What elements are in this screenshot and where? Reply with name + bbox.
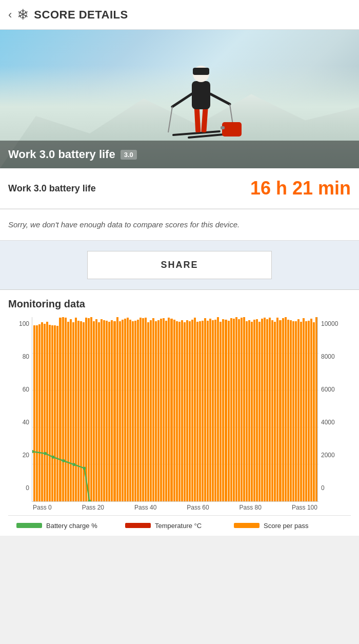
bar-72: [220, 322, 222, 501]
svg-line-8: [210, 94, 230, 104]
bar-58: [184, 322, 186, 501]
bar-7: [51, 325, 53, 501]
bar-38: [132, 321, 134, 501]
legend-swatch-score: [234, 523, 260, 528]
y-left-label-80: 80: [12, 353, 32, 360]
bar-62: [194, 318, 196, 501]
header: ‹ ❄ SCORE DETAILS: [0, 0, 359, 30]
bar-78: [235, 317, 237, 501]
y-axis-left: 0 20 40 60 80 100: [12, 317, 32, 502]
page-title: SCORE DETAILS: [34, 8, 128, 22]
bar-40: [137, 320, 139, 501]
bar-24: [95, 319, 97, 501]
chart-inner: [32, 317, 318, 502]
x-label-pass0: Pass 0: [33, 504, 52, 511]
bar-94: [276, 318, 278, 501]
hero-caption-badge: 3.0: [121, 150, 137, 160]
share-section: SHARE: [0, 241, 359, 290]
bar-20: [85, 318, 87, 501]
legend-swatch-battery: [16, 523, 42, 528]
bar-63: [196, 322, 198, 501]
bar-14: [70, 319, 72, 501]
svg-rect-3: [201, 107, 208, 133]
bar-44: [147, 322, 149, 501]
hero-image: Work 3.0 battery life 3.0: [0, 30, 359, 168]
bar-36: [127, 318, 129, 501]
bar-12: [65, 318, 67, 501]
result-row: Work 3.0 battery life 16 h 21 min: [0, 168, 359, 209]
snowflake-icon: ❄: [17, 6, 29, 23]
result-label: Work 3.0 battery life: [8, 183, 96, 194]
bar-91: [269, 318, 271, 501]
bar-26: [101, 319, 103, 501]
bars-area: [32, 317, 318, 501]
bar-52: [168, 318, 170, 501]
bar-108: [313, 322, 315, 501]
bar-96: [282, 318, 284, 501]
bar-71: [217, 317, 219, 501]
bar-51: [165, 321, 167, 501]
bar-2: [38, 324, 41, 501]
bar-32: [116, 317, 118, 501]
bar-82: [246, 321, 248, 501]
bar-43: [145, 318, 147, 501]
bar-80: [241, 318, 243, 501]
x-label-pass60: Pass 60: [187, 504, 209, 511]
y-left-label-0: 0: [12, 484, 32, 492]
bar-109: [315, 317, 317, 501]
bar-99: [290, 320, 292, 501]
bar-81: [243, 317, 245, 501]
y-right-label-2000: 2000: [321, 452, 347, 459]
bar-30: [111, 320, 113, 501]
bar-61: [191, 320, 193, 501]
legend-item-score: Score per pass: [234, 522, 334, 530]
back-icon[interactable]: ‹: [8, 8, 12, 22]
bar-74: [225, 320, 227, 501]
bar-75: [228, 321, 230, 501]
bar-106: [308, 321, 310, 501]
bar-103: [300, 322, 302, 501]
skier-figure: [163, 50, 245, 143]
svg-line-9: [168, 107, 172, 132]
legend: Battery charge % Temperature °C Score pe…: [8, 515, 351, 536]
x-label-pass40: Pass 40: [134, 504, 156, 511]
bar-22: [90, 317, 92, 501]
bar-1: [36, 325, 38, 501]
bar-4: [44, 324, 46, 501]
hero-caption: Work 3.0 battery life 3.0: [0, 141, 359, 168]
bar-86: [256, 319, 258, 501]
bar-73: [222, 319, 224, 501]
bar-68: [209, 319, 211, 501]
bar-89: [264, 318, 266, 501]
y-axis-right: 0 2000 4000 6000 8000 10000: [318, 317, 347, 502]
y-right-label-6000: 6000: [321, 386, 347, 393]
y-left-label-60: 60: [12, 386, 32, 393]
bar-16: [75, 318, 77, 501]
bar-0: [33, 325, 35, 501]
x-axis-labels: Pass 0 Pass 20 Pass 40 Pass 60 Pass 80 P…: [32, 502, 318, 511]
bar-54: [173, 320, 175, 501]
bar-79: [238, 319, 240, 501]
svg-rect-12: [221, 126, 225, 129]
bar-69: [212, 320, 214, 501]
bar-11: [62, 317, 64, 501]
legend-swatch-temperature: [125, 523, 151, 528]
y-right-label-8000: 8000: [321, 353, 347, 360]
bar-27: [103, 320, 105, 501]
legend-item-battery: Battery charge %: [16, 522, 117, 530]
bar-53: [170, 319, 172, 501]
bar-8: [54, 325, 56, 501]
legend-label-battery: Battery charge %: [46, 522, 97, 530]
bar-47: [155, 321, 157, 501]
bar-56: [178, 322, 181, 501]
bar-87: [258, 322, 261, 501]
y-left-label-20: 20: [12, 452, 32, 459]
y-left-label-100: 100: [12, 320, 32, 327]
bar-93: [274, 322, 276, 501]
bar-6: [49, 325, 51, 501]
bar-55: [176, 321, 178, 501]
share-button[interactable]: SHARE: [87, 251, 272, 279]
bar-92: [271, 320, 273, 501]
x-label-pass80: Pass 80: [240, 504, 262, 511]
bar-83: [248, 320, 250, 501]
